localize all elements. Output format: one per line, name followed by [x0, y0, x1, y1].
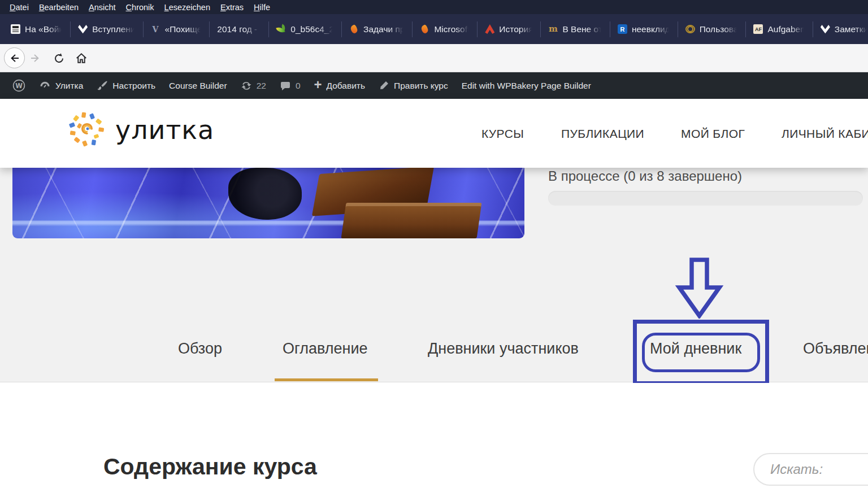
site-nav-my-blog[interactable]: МОЙ БЛОГ	[681, 127, 745, 141]
menu-extras[interactable]: Extras	[215, 3, 249, 12]
annotation-rounded-circle	[642, 333, 760, 372]
adminbar-add-new[interactable]: + Добавить	[307, 72, 372, 99]
update-arrows-icon	[241, 80, 252, 91]
course-image-wooden-box	[311, 170, 497, 238]
orange-figure-icon	[420, 24, 429, 34]
letter-v-icon	[151, 24, 160, 34]
section-heading: Содержание курса	[103, 454, 317, 480]
site-header: улитка КУРСЫ ПУБЛИКАЦИИ МОЙ БЛОГ ЛИЧНЫЙ …	[0, 99, 868, 168]
course-contents-section: Содержание курса	[0, 383, 868, 488]
active-tab-underline	[275, 378, 378, 381]
wordpress-logo-icon: W	[12, 79, 25, 92]
bookmark-item[interactable]: В Вене от	[541, 14, 609, 44]
menu-edit[interactable]: Bearbeiten	[34, 3, 84, 12]
adminbar-course-builder[interactable]: Course Builder	[162, 72, 234, 99]
adminbar-updates[interactable]: 22	[234, 72, 273, 99]
course-image-instrument	[228, 168, 302, 220]
adminbar-edit-course[interactable]: Править курс	[372, 72, 455, 99]
back-button[interactable]	[4, 47, 25, 68]
bookmark-item[interactable]: 0_b56c4_2	[269, 14, 341, 44]
tab-overview[interactable]: Обзор	[178, 340, 222, 358]
paintbrush-icon	[97, 80, 108, 91]
pencil-icon	[379, 80, 389, 91]
menu-history[interactable]: Chronik	[121, 3, 159, 12]
annotation-down-arrow-icon	[671, 258, 728, 319]
site-nav-account[interactable]: ЛИЧНЫЙ КАБИНЕТ	[782, 127, 868, 141]
menu-file[interactable]: Datei	[5, 3, 34, 12]
whale-tail-icon	[821, 24, 830, 34]
plus-icon: +	[314, 78, 322, 91]
bookmark-item[interactable]: 2014 год - oly	[210, 14, 268, 44]
reload-button[interactable]	[52, 51, 66, 65]
whale-tail-icon	[78, 24, 88, 34]
green-leaf-icon	[276, 24, 286, 34]
course-search-field[interactable]	[753, 453, 868, 486]
adminbar-customize[interactable]: Настроить	[90, 72, 162, 99]
snail-spiral-logo-icon	[69, 111, 106, 149]
bookmark-item[interactable]: Aufgaben	[746, 14, 812, 44]
bookmark-item[interactable]: Microsoft	[413, 14, 477, 44]
forward-button[interactable]	[28, 51, 42, 65]
site-logo[interactable]: улитка	[69, 111, 214, 149]
browser-window: Datei Bearbeiten Ansicht Chronik Lesezei…	[0, 0, 868, 488]
dashboard-gauge-icon	[39, 80, 51, 91]
orange-figure-icon	[349, 24, 359, 34]
course-search-input[interactable]	[770, 461, 868, 477]
bookmark-item[interactable]: «Похище	[144, 14, 210, 44]
blue-r-icon	[618, 24, 627, 34]
course-cover-image	[12, 168, 524, 238]
site-logo-text: улитка	[115, 115, 214, 145]
gold-m-icon	[548, 24, 558, 34]
site-nav-courses[interactable]: КУРСЫ	[481, 127, 524, 141]
newspaper-icon	[11, 24, 20, 34]
menu-view[interactable]: Ansicht	[84, 3, 121, 12]
tab-member-diaries[interactable]: Дневники участников	[428, 340, 579, 358]
browser-nav-toolbar: https://ulitka.center/course/net-carskog…	[0, 44, 868, 72]
wp-admin-bar: W Улитка Настроить Course Builder 22 0 +…	[0, 72, 868, 99]
browser-menu-bar: Datei Bearbeiten Ansicht Chronik Lesezei…	[0, 0, 868, 14]
bookmark-item[interactable]: Вступлени	[71, 14, 142, 44]
af-badge-icon	[753, 24, 763, 34]
adminbar-comments[interactable]: 0	[273, 72, 307, 99]
tab-announcements[interactable]: Объявления	[803, 340, 868, 358]
menu-bookmarks[interactable]: Lesezeichen	[159, 3, 215, 12]
adminbar-wpbakery-edit[interactable]: Edit with WPBakery Page Builder	[455, 72, 598, 99]
home-icon	[75, 52, 88, 64]
comment-bubble-icon	[280, 80, 291, 91]
red-delta-icon	[485, 24, 494, 34]
course-progress-text: В процессе (0 из 8 завершено)	[548, 168, 742, 184]
bookmark-item[interactable]: Заметки	[813, 14, 868, 44]
bookmark-item[interactable]: На «Войк	[3, 14, 70, 44]
site-nav-publications[interactable]: ПУБЛИКАЦИИ	[561, 127, 644, 141]
forward-arrow-icon	[29, 53, 41, 64]
course-hero-section: В процессе (0 из 8 завершено) Обзор Огла…	[0, 168, 868, 382]
bookmark-item[interactable]: Пользова	[678, 14, 746, 44]
gold-spiral-icon	[685, 25, 695, 33]
tab-contents[interactable]: Оглавление	[283, 340, 368, 358]
menu-help[interactable]: Hilfe	[249, 3, 275, 12]
home-button[interactable]	[75, 51, 88, 65]
course-progress-bar	[548, 191, 863, 206]
bookmark-item[interactable]: Задачи пр	[342, 14, 412, 44]
bookmark-item[interactable]: неевклид	[610, 14, 678, 44]
back-arrow-icon	[9, 53, 20, 64]
bookmarks-toolbar: На «Войк Вступлени «Похище 2014 год - ol…	[0, 14, 868, 44]
reload-icon	[53, 53, 65, 64]
adminbar-site-menu[interactable]: Улитка	[32, 72, 90, 99]
bookmark-item[interactable]: История	[478, 14, 540, 44]
svg-text:W: W	[15, 82, 23, 90]
wp-logo-button[interactable]: W	[6, 72, 32, 99]
